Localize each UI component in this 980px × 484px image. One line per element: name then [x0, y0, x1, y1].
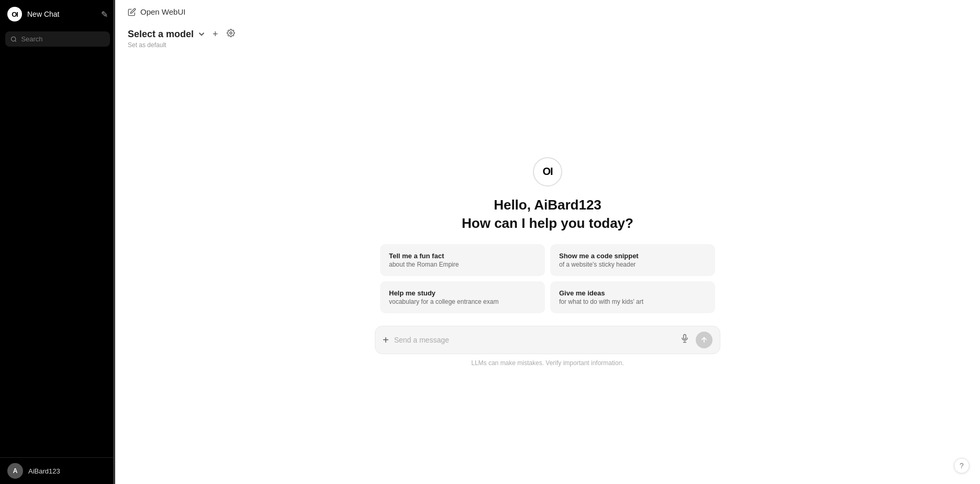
oi-logo-text: OI [542, 166, 552, 178]
suggestion-card-sub-3: for what to do with my kids' art [559, 298, 706, 305]
set-as-default-label: Set as default [128, 40, 967, 53]
suggestion-card-sub-1: of a website's sticky header [559, 261, 706, 268]
help-button[interactable]: ? [954, 458, 970, 474]
open-webui-label: Open WebUI [140, 7, 185, 16]
suggestion-card-0[interactable]: Tell me a fun fact about the Roman Empir… [380, 244, 545, 276]
plus-button[interactable]: + [383, 335, 389, 345]
microphone-icon [680, 334, 689, 343]
new-chat-label: New Chat [27, 10, 59, 18]
gear-icon [227, 29, 235, 37]
mic-button[interactable] [679, 333, 691, 347]
suggestions-grid: Tell me a fun fact about the Roman Empir… [380, 244, 715, 313]
select-model-button[interactable]: Select a model [128, 29, 206, 40]
suggestion-card-title-1: Show me a code snippet [559, 252, 706, 260]
center-content: OI Hello, AiBard123 How can I help you t… [115, 55, 980, 484]
avatar: A [7, 463, 23, 479]
suggestion-card-title-0: Tell me a fun fact [389, 252, 536, 260]
main-content: Open WebUI Select a model + Set as defau… [115, 0, 980, 484]
svg-point-2 [230, 32, 232, 34]
sidebar-header: OI New Chat ✎ [0, 0, 115, 28]
oi-logo-area: OI Hello, AiBard123 How can I help you t… [462, 157, 633, 232]
app-logo: OI [7, 7, 22, 21]
chevron-down-icon [197, 29, 206, 39]
sidebar-content [0, 52, 115, 457]
suggestion-card-1[interactable]: Show me a code snippet of a website's st… [550, 244, 715, 276]
oi-logo-circle: OI [533, 157, 562, 186]
sidebar: OI New Chat ✎ A AiBard123 [0, 0, 115, 484]
svg-rect-3 [684, 335, 686, 339]
add-model-button[interactable]: + [210, 28, 220, 40]
message-input-wrapper: + [375, 326, 720, 354]
suggestion-card-3[interactable]: Give me ideas for what to do with my kid… [550, 281, 715, 313]
search-input-wrapper [5, 31, 110, 47]
topbar-edit-icon [128, 8, 136, 16]
send-button[interactable] [696, 332, 712, 348]
search-container [0, 28, 115, 52]
settings-button[interactable] [225, 28, 237, 40]
greeting-help: How can I help you today? [462, 215, 633, 232]
suggestion-card-title-3: Give me ideas [559, 289, 706, 297]
sidebar-header-left: OI New Chat [7, 7, 59, 21]
search-input[interactable] [21, 35, 105, 43]
disclaimer: LLMs can make mistakes. Verify important… [471, 356, 623, 372]
svg-line-1 [15, 40, 16, 41]
edit-icon[interactable]: ✎ [101, 9, 108, 19]
suggestion-card-2[interactable]: Help me study vocabulary for a college e… [380, 281, 545, 313]
suggestion-card-sub-2: vocabulary for a college entrance exam [389, 298, 536, 305]
suggestion-card-title-2: Help me study [389, 289, 536, 297]
topbar: Open WebUI [115, 0, 980, 24]
select-model-text: Select a model [128, 29, 194, 40]
search-icon [10, 36, 17, 43]
greeting-hello: Hello, AiBard123 [494, 197, 602, 213]
send-icon [700, 336, 708, 344]
input-area: + [375, 326, 720, 356]
message-input[interactable] [394, 336, 674, 344]
model-selector-container: Select a model + Set as default [115, 24, 980, 55]
username-label: AiBard123 [28, 467, 60, 475]
sidebar-footer: A AiBard123 [0, 457, 115, 484]
suggestion-card-sub-0: about the Roman Empire [389, 261, 536, 268]
model-selector-row: Select a model + [128, 28, 967, 40]
svg-point-0 [12, 37, 16, 41]
